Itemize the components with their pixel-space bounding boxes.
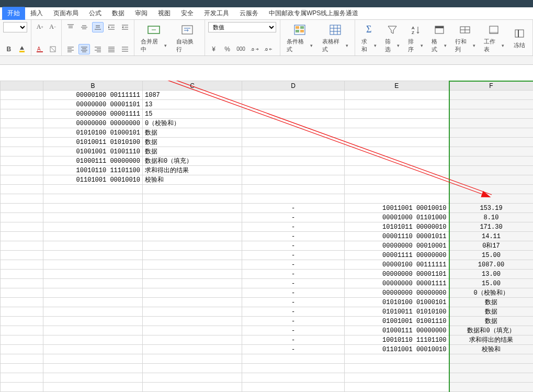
cell[interactable]: 数据 bbox=[143, 147, 242, 156]
cell[interactable] bbox=[143, 326, 242, 335]
cell[interactable] bbox=[1, 109, 43, 119]
cell[interactable]: 171.30 bbox=[449, 222, 534, 232]
cell[interactable]: 13 bbox=[143, 100, 242, 109]
cell[interactable] bbox=[449, 128, 534, 138]
cell[interactable] bbox=[143, 335, 242, 345]
formula-bar[interactable] bbox=[0, 56, 533, 65]
cell[interactable] bbox=[1, 147, 43, 156]
menu-tab-2[interactable]: 页面布局 bbox=[48, 7, 84, 20]
align-right-icon[interactable] bbox=[92, 44, 104, 54]
cell[interactable]: 00000000 00001101 bbox=[43, 100, 143, 109]
clear-format-icon[interactable] bbox=[48, 44, 59, 54]
cell[interactable]: 13.00 bbox=[449, 270, 534, 279]
cell[interactable] bbox=[43, 354, 143, 364]
cell[interactable] bbox=[143, 288, 242, 298]
merge-center-button[interactable]: 合并居中 bbox=[138, 22, 170, 54]
cell[interactable]: 求和得出的结果 bbox=[449, 335, 534, 345]
cell[interactable] bbox=[345, 194, 449, 204]
decrease-decimal-icon[interactable]: .0 bbox=[263, 44, 274, 54]
cell[interactable]: 1087.00 bbox=[449, 260, 534, 270]
decrease-font-icon[interactable]: A− bbox=[48, 22, 59, 32]
cell[interactable] bbox=[1, 232, 43, 241]
cell[interactable] bbox=[345, 166, 449, 175]
cell[interactable] bbox=[43, 204, 143, 213]
cell[interactable] bbox=[1, 345, 43, 354]
cell[interactable] bbox=[43, 279, 143, 288]
cell[interactable]: 数据 bbox=[143, 138, 242, 147]
cell[interactable] bbox=[345, 354, 449, 364]
font-color-icon[interactable]: A bbox=[35, 44, 46, 54]
cell[interactable] bbox=[43, 364, 143, 373]
cell[interactable] bbox=[1, 279, 43, 288]
cell[interactable] bbox=[43, 241, 143, 251]
cell[interactable] bbox=[1, 91, 43, 100]
cell[interactable] bbox=[242, 354, 345, 364]
cell[interactable] bbox=[242, 119, 345, 128]
cell[interactable]: 数据 bbox=[143, 128, 242, 138]
menu-tab-3[interactable]: 公式 bbox=[84, 7, 107, 20]
cell[interactable] bbox=[449, 354, 534, 364]
autosum-button[interactable]: Σ 求和 bbox=[358, 22, 380, 54]
table-style-button[interactable]: 表格样式 bbox=[319, 22, 351, 54]
cell[interactable] bbox=[43, 298, 143, 307]
cell[interactable]: 0（校验和） bbox=[143, 119, 242, 128]
cell[interactable] bbox=[143, 222, 242, 232]
cell[interactable]: 10101011 00000010 bbox=[345, 222, 449, 232]
cell[interactable] bbox=[1, 138, 43, 147]
cell[interactable]: 0（校验和） bbox=[449, 288, 534, 298]
align-center-icon[interactable] bbox=[78, 44, 90, 54]
bold-icon[interactable]: B bbox=[3, 44, 15, 54]
cell[interactable] bbox=[449, 373, 534, 383]
cell[interactable] bbox=[242, 373, 345, 383]
cell[interactable]: - bbox=[242, 345, 345, 354]
col-header-F[interactable]: F bbox=[449, 81, 534, 91]
cell[interactable] bbox=[143, 364, 242, 373]
cell[interactable] bbox=[143, 383, 242, 392]
cell[interactable]: 01010100 01000101 bbox=[43, 128, 143, 138]
cell[interactable]: 00000000 00001101 bbox=[345, 270, 449, 279]
cell[interactable] bbox=[345, 364, 449, 373]
cell[interactable] bbox=[242, 156, 345, 166]
cell[interactable] bbox=[242, 109, 345, 119]
cell[interactable]: 0和17 bbox=[449, 241, 534, 251]
justify-icon[interactable] bbox=[106, 44, 117, 54]
menu-tab-1[interactable]: 插入 bbox=[25, 7, 48, 20]
cell[interactable]: 01000111 00000000 bbox=[345, 326, 449, 335]
cell[interactable] bbox=[43, 213, 143, 222]
cell[interactable] bbox=[43, 317, 143, 326]
cell[interactable] bbox=[1, 241, 43, 251]
cell[interactable] bbox=[143, 298, 242, 307]
menu-tab-4[interactable]: 数据 bbox=[107, 7, 130, 20]
cell[interactable] bbox=[449, 119, 534, 128]
cell[interactable] bbox=[1, 175, 43, 185]
cell[interactable]: - bbox=[242, 307, 345, 317]
cell[interactable]: - bbox=[242, 270, 345, 279]
cell[interactable] bbox=[345, 119, 449, 128]
col-header-A[interactable] bbox=[1, 81, 43, 91]
cell[interactable]: - bbox=[242, 232, 345, 241]
align-left-icon[interactable] bbox=[65, 44, 76, 54]
cell[interactable] bbox=[143, 317, 242, 326]
cell[interactable]: 10011001 00010010 bbox=[345, 204, 449, 213]
cell[interactable] bbox=[43, 194, 143, 204]
cell[interactable] bbox=[43, 307, 143, 317]
cell[interactable]: 数据 bbox=[449, 307, 534, 317]
filter-button[interactable]: 筛选 bbox=[382, 22, 403, 54]
cell[interactable] bbox=[345, 175, 449, 185]
cell[interactable] bbox=[345, 156, 449, 166]
cell[interactable]: 数据和0（填充） bbox=[143, 156, 242, 166]
fill-color-icon[interactable] bbox=[17, 44, 28, 54]
cell[interactable]: 15.00 bbox=[449, 251, 534, 260]
cell[interactable] bbox=[242, 166, 345, 175]
cell[interactable] bbox=[43, 373, 143, 383]
cell[interactable] bbox=[43, 345, 143, 354]
cell[interactable]: 00000100 00111111 bbox=[43, 91, 143, 100]
cell[interactable] bbox=[43, 335, 143, 345]
cell[interactable] bbox=[449, 138, 534, 147]
cell[interactable] bbox=[1, 222, 43, 232]
cell[interactable] bbox=[143, 307, 242, 317]
cell[interactable] bbox=[449, 109, 534, 119]
increase-font-icon[interactable]: A+ bbox=[35, 22, 46, 32]
cell[interactable]: 01001001 01001110 bbox=[43, 147, 143, 156]
cell[interactable]: 校验和 bbox=[449, 345, 534, 354]
